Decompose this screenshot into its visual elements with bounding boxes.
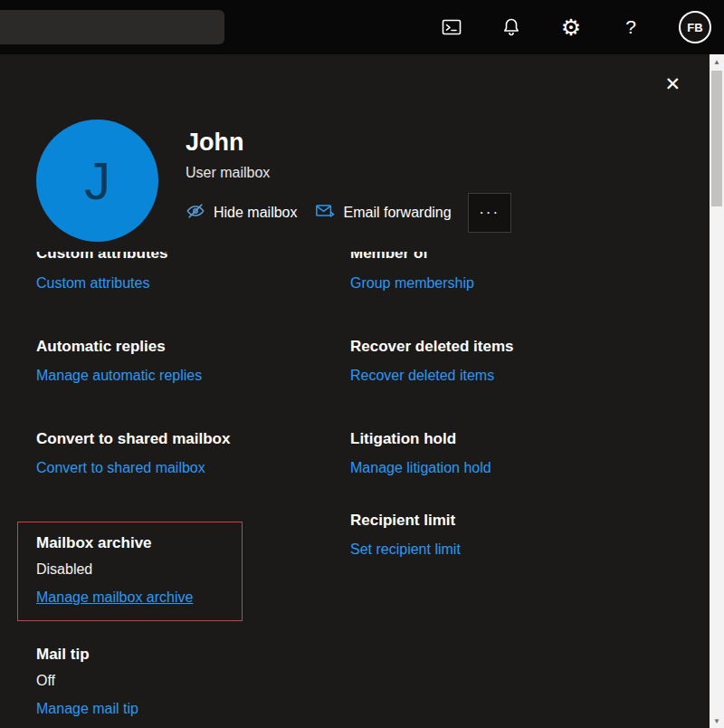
account-avatar[interactable]: FB xyxy=(679,11,711,43)
details-column-right: Member of Group membership Recover delet… xyxy=(350,252,640,603)
hide-mailbox-label: Hide mailbox xyxy=(214,205,297,221)
help-glyph: ? xyxy=(625,16,636,38)
section-title: Convert to shared mailbox xyxy=(36,429,326,448)
section-automatic-replies: Automatic replies Manage automatic repli… xyxy=(36,337,326,384)
search-box[interactable] xyxy=(0,10,224,44)
account-avatar-initials: FB xyxy=(687,21,702,34)
user-avatar-initial: J xyxy=(84,150,110,211)
profile-actions: Hide mailbox Email forwarding ··· xyxy=(186,193,584,233)
terminal-icon[interactable] xyxy=(440,15,463,39)
bell-icon[interactable] xyxy=(500,15,523,39)
convert-shared-mailbox-link[interactable]: Convert to shared mailbox xyxy=(36,459,205,476)
mailbox-archive-status: Disabled xyxy=(36,560,224,578)
close-icon[interactable]: ✕ xyxy=(664,74,681,93)
section-mail-tip: Mail tip Off Manage mail tip xyxy=(36,645,326,717)
gear-icon[interactable]: ⚙ xyxy=(559,15,583,39)
help-icon[interactable]: ? xyxy=(619,15,643,39)
section-custom-attributes: Custom attributes Custom attributes xyxy=(36,252,326,292)
section-title: Litigation hold xyxy=(350,429,640,448)
set-recipient-limit-link[interactable]: Set recipient limit xyxy=(350,541,461,558)
section-title: Member of xyxy=(350,252,640,263)
manage-mail-tip-link[interactable]: Manage mail tip xyxy=(36,700,138,717)
profile-info: John User mailbox Hide mailbox xyxy=(186,129,584,233)
more-actions-button[interactable]: ··· xyxy=(468,193,511,233)
topbar: ⚙ ? FB xyxy=(0,0,724,54)
section-convert-shared-mailbox: Convert to shared mailbox Convert to sha… xyxy=(36,429,326,476)
scroll-up-icon[interactable]: ▲ xyxy=(710,54,724,69)
recover-deleted-items-link[interactable]: Recover deleted items xyxy=(350,367,494,384)
section-recover-deleted-items: Recover deleted items Recover deleted it… xyxy=(350,337,640,384)
email-forwarding-label: Email forwarding xyxy=(343,205,451,221)
section-title: Mailbox archive xyxy=(36,533,224,552)
email-forwarding-button[interactable]: Email forwarding xyxy=(315,201,451,225)
section-title: Recipient limit xyxy=(350,511,640,530)
scrollbar-thumb[interactable] xyxy=(711,71,722,206)
manage-automatic-replies-link[interactable]: Manage automatic replies xyxy=(36,367,202,384)
details-column-left: Custom attributes Custom attributes Auto… xyxy=(36,252,326,728)
user-name: John xyxy=(186,129,584,156)
user-avatar: J xyxy=(36,120,158,242)
section-recipient-limit: Recipient limit Set recipient limit xyxy=(350,511,640,558)
section-mailbox-archive-highlighted: Mailbox archive Disabled Manage mailbox … xyxy=(17,522,243,621)
vertical-scrollbar[interactable]: ▲ ▼ xyxy=(710,54,724,728)
manage-mailbox-archive-link[interactable]: Manage mailbox archive xyxy=(36,589,193,606)
gear-glyph: ⚙ xyxy=(561,16,581,39)
manage-litigation-hold-link[interactable]: Manage litigation hold xyxy=(350,459,491,476)
mailbox-type: User mailbox xyxy=(186,164,584,181)
topbar-actions: ⚙ ? FB xyxy=(440,11,724,43)
section-litigation-hold: Litigation hold Manage litigation hold xyxy=(350,429,640,476)
section-member-of: Member of Group membership xyxy=(350,252,640,292)
scroll-down-icon[interactable]: ▼ xyxy=(710,714,724,728)
section-title: Custom attributes xyxy=(36,252,326,263)
clipped-title-wrap: Custom attributes xyxy=(36,252,326,263)
section-title: Recover deleted items xyxy=(350,337,640,356)
hide-mailbox-icon xyxy=(186,201,205,225)
mailbox-details-panel: ✕ J John User mailbox Hide mailbox xyxy=(0,54,710,728)
section-title: Automatic replies xyxy=(36,337,326,356)
email-forwarding-icon xyxy=(315,201,335,225)
custom-attributes-link[interactable]: Custom attributes xyxy=(36,274,149,292)
clipped-title-wrap: Member of xyxy=(350,252,640,263)
mail-tip-status: Off xyxy=(36,672,326,689)
group-membership-link[interactable]: Group membership xyxy=(350,274,474,292)
section-title: Mail tip xyxy=(36,645,326,664)
hide-mailbox-button[interactable]: Hide mailbox xyxy=(186,201,297,225)
